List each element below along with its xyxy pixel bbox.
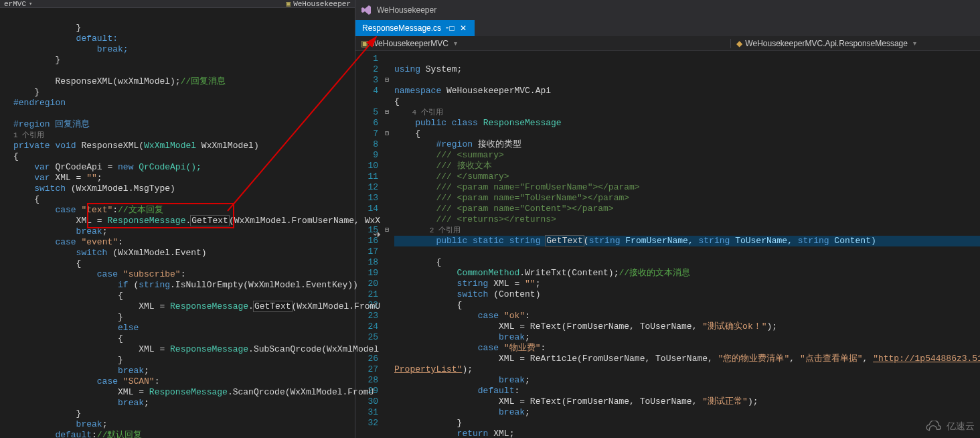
left-editor-pane: erMVC ▾ ▣ WeHousekeeper } default: break… [0, 0, 355, 438]
vs-titlebar: WeHousekeeper [355, 0, 980, 20]
class-icon: ◆ [736, 39, 742, 48]
tab-responsemessage[interactable]: ResponseMessage.cs ⁃□ ✕ [355, 20, 475, 36]
close-icon[interactable]: ✕ [459, 23, 468, 33]
app-title: WeHousekeeper [377, 5, 436, 15]
pin-icon[interactable]: ⁃□ [445, 23, 455, 33]
csharp-file-icon: ▣ [287, 0, 291, 8]
code-navigation-bar: ▣ WeHousekeeperMVC ▾ ◆ WeHousekeeperMVC.… [355, 36, 980, 51]
left-tab-strip: erMVC ▾ ▣ WeHousekeeper [0, 0, 355, 8]
current-line-highlight: public static string GetText(string From… [394, 236, 980, 246]
codelens-references[interactable]: 2 个引用 [394, 226, 461, 234]
crumb-project[interactable]: ▣ WeHousekeeperMVC ▾ [355, 39, 463, 48]
codelens-references[interactable]: 1 个引用 [13, 131, 44, 139]
right-code-area[interactable]: using System; namespace WeHousekeeperMVC… [392, 51, 980, 438]
left-tab-label[interactable]: erMVC [4, 0, 26, 8]
chevron-down-icon[interactable]: ▾ [454, 40, 457, 47]
chevron-down-icon[interactable]: ▾ [29, 0, 32, 7]
crumb-class[interactable]: ◆ WeHousekeeperMVC.Api.ResponseMessage ▾ [730, 39, 980, 48]
left-code-area[interactable]: } default: break; } ResponseXML(wxXmlMod… [0, 8, 355, 438]
vs-logo-icon [361, 5, 372, 15]
fold-gutter[interactable]: ⊟ ⊟ ⊟ ⊟ [382, 51, 392, 438]
right-editor-pane: WeHousekeeper ResponseMessage.cs ⁃□ ✕ ▣ … [355, 0, 980, 438]
codelens-references[interactable]: 4 个引用 [394, 108, 443, 117]
peek-definition-icon[interactable] [372, 230, 382, 240]
tab-label: ResponseMessage.cs [362, 23, 441, 33]
right-tab-hint[interactable]: WeHousekeeper [293, 0, 351, 8]
watermark: 亿速云 [924, 421, 975, 433]
chevron-down-icon[interactable]: ▾ [913, 40, 916, 47]
vs-tabbar: ResponseMessage.cs ⁃□ ✕ [355, 20, 980, 36]
right-code-container: 1234 567891011121314 1516171819202122232… [355, 51, 980, 438]
line-number-gutter: 1234 567891011121314 1516171819202122232… [355, 51, 382, 438]
project-icon: ▣ [361, 39, 368, 48]
